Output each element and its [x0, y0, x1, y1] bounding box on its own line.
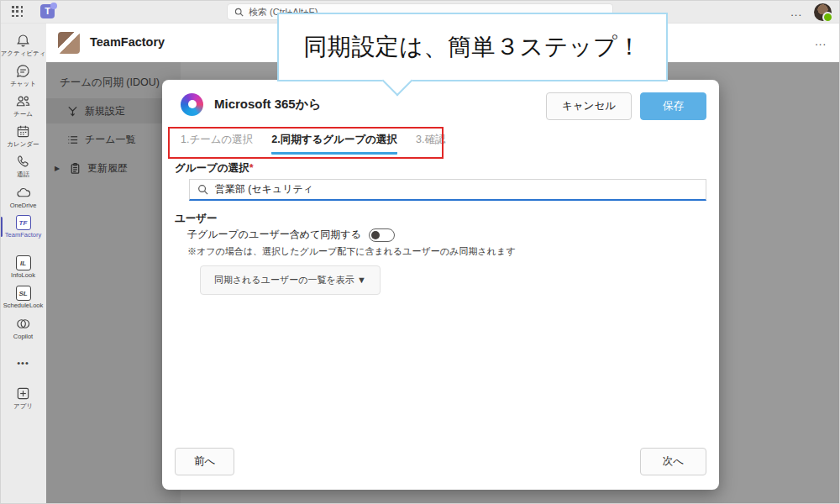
search-icon: [197, 184, 208, 195]
dialog-title: Microsoft 365から: [214, 97, 321, 113]
apps-icon: [15, 386, 31, 402]
avatar[interactable]: [814, 3, 832, 21]
rail-item-calls[interactable]: 通話: [0, 151, 46, 181]
copilot-icon: [15, 316, 31, 332]
rail-item-infolook[interactable]: IL InfoLook: [0, 252, 46, 282]
group-select-label: グループの選択*: [175, 161, 254, 176]
show-synced-users-button[interactable]: 同期されるユーザーの一覧を表示 ▼: [200, 265, 381, 295]
schedulelook-logo: SL: [16, 286, 31, 301]
group-search-input[interactable]: 営業部 (セキュリティ: [189, 179, 706, 201]
topbar-more-icon[interactable]: ...: [790, 6, 802, 18]
search-icon: [234, 8, 244, 17]
rail-item-more[interactable]: •••: [0, 348, 46, 378]
rail-item-copilot[interactable]: Copilot: [0, 312, 46, 343]
next-button[interactable]: 次へ: [640, 448, 706, 475]
app-title: TeamFactory: [90, 35, 165, 49]
rail-item-activity[interactable]: アクティビティ: [0, 30, 46, 60]
rail-item-calendar[interactable]: カレンダー: [0, 121, 46, 151]
tab-step2-group-select[interactable]: 2.同期するグループの選択: [271, 133, 397, 155]
user-section-label: ユーザー: [175, 212, 218, 226]
bell-icon: [15, 33, 31, 49]
dropdown-arrow-icon: ▼: [357, 275, 366, 285]
tab-step3-confirm[interactable]: 3.確認: [416, 133, 445, 152]
rail-item-teamfactory[interactable]: TF TeamFactory: [0, 212, 46, 242]
rail-item-chat[interactable]: チャット: [0, 60, 46, 91]
group-input-value: 営業部 (セキュリティ: [215, 182, 313, 197]
app-header-more-icon[interactable]: ...: [815, 35, 827, 48]
calendar-icon: [15, 123, 31, 139]
teamfactory-header-logo: [58, 32, 80, 54]
chat-icon: [15, 63, 31, 79]
include-subgroup-toggle[interactable]: [369, 228, 395, 242]
tutorial-callout: 同期設定は、簡単３ステップ！: [277, 13, 668, 81]
step-tabs: 1.チームの選択 2.同期するグループの選択 3.確認: [181, 133, 445, 155]
callout-text: 同期設定は、簡単３ステップ！: [303, 31, 641, 63]
teams-logo-icon[interactable]: T: [40, 4, 55, 18]
tab-step1-team-select[interactable]: 1.チームの選択: [181, 133, 253, 152]
rail-item-apps[interactable]: アプリ: [0, 383, 46, 413]
prev-button[interactable]: 前へ: [175, 448, 234, 475]
sync-settings-dialog: Microsoft 365から キャンセル 保存 1.チームの選択 2.同期する…: [162, 80, 719, 490]
rail-item-onedrive[interactable]: OneDrive: [0, 181, 46, 212]
teamfactory-logo: TF: [16, 215, 31, 230]
microsoft-365-icon: [181, 93, 203, 116]
phone-icon: [15, 154, 31, 170]
app-rail: アクティビティ チャット チーム カレンダー 通話 OneDrive TF Te…: [0, 24, 46, 504]
toggle-off-note: ※オフの場合は、選択したグループ配下に含まれるユーザーのみ同期されます: [187, 245, 515, 258]
rail-item-teams[interactable]: チーム: [0, 91, 46, 121]
save-button[interactable]: 保存: [640, 92, 706, 120]
infolook-logo: IL: [16, 255, 31, 270]
cancel-button[interactable]: キャンセル: [546, 92, 632, 120]
include-subgroup-label: 子グループのユーザー含めて同期する: [187, 228, 361, 242]
app-launcher-icon[interactable]: [12, 6, 24, 18]
more-icon: •••: [17, 358, 29, 368]
cloud-icon: [15, 185, 32, 201]
people-icon: [15, 93, 31, 109]
rail-item-schedulelook[interactable]: SL ScheduleLook: [0, 282, 46, 312]
required-asterisk: *: [249, 162, 254, 174]
